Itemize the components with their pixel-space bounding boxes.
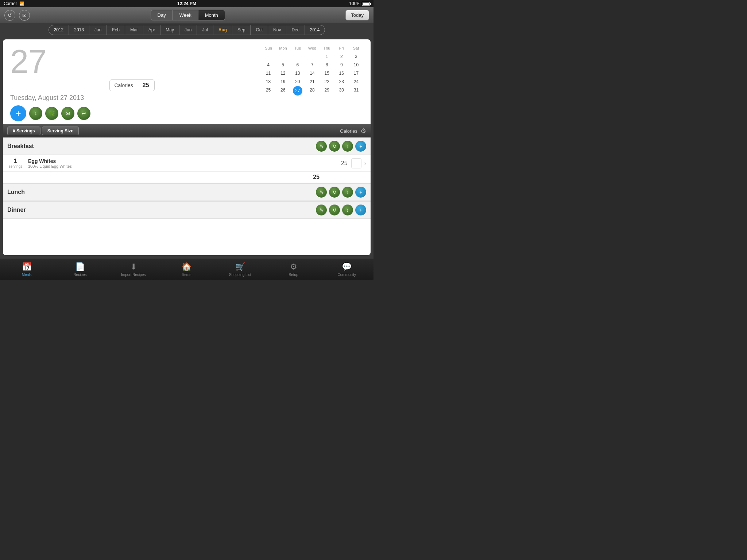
cal-day-18[interactable]: 18 bbox=[261, 78, 275, 86]
food-detail-arrow[interactable]: › bbox=[364, 160, 366, 167]
calories-value: 25 bbox=[138, 82, 154, 89]
cal-day-1[interactable]: 1 bbox=[320, 52, 334, 61]
dinner-actions: ✎ ↺ ↕ + bbox=[316, 205, 366, 215]
cal-day-8[interactable]: 8 bbox=[320, 61, 334, 69]
cal-day-17[interactable]: 17 bbox=[349, 69, 363, 77]
full-date-label: Tuesday, August 27 2013 bbox=[10, 94, 254, 102]
cal-header-fri: Fri bbox=[334, 45, 349, 51]
breakfast-edit-icon[interactable]: ✎ bbox=[316, 141, 327, 152]
lunch-sort-icon[interactable]: ↕ bbox=[342, 187, 353, 198]
lunch-add-icon[interactable]: + bbox=[355, 187, 366, 198]
cal-day-10[interactable]: 10 bbox=[349, 61, 363, 69]
cal-day-13[interactable]: 13 bbox=[290, 69, 305, 77]
nav-2012[interactable]: 2012 bbox=[49, 25, 69, 35]
forward-icon[interactable]: ↩ bbox=[77, 107, 90, 120]
cal-day-28[interactable]: 28 bbox=[305, 86, 319, 96]
cal-day-23[interactable]: 23 bbox=[334, 78, 349, 86]
leaf-icon[interactable]: 🌿 bbox=[45, 107, 58, 120]
nav-jul[interactable]: Jul bbox=[197, 25, 213, 35]
cal-day-2[interactable]: 2 bbox=[334, 52, 349, 61]
battery-icon bbox=[362, 2, 370, 6]
cal-day-3[interactable]: 3 bbox=[349, 52, 363, 61]
cal-day-11[interactable]: 11 bbox=[261, 69, 275, 77]
cal-day-25[interactable]: 25 bbox=[261, 86, 275, 96]
dinner-refresh-icon[interactable]: ↺ bbox=[329, 205, 340, 215]
cal-day-27-today[interactable]: 27 bbox=[293, 86, 302, 96]
cal-day-14[interactable]: 14 bbox=[305, 69, 319, 77]
breakfast-sort-icon[interactable]: ↕ bbox=[342, 141, 353, 152]
settings-gear-icon[interactable]: ⚙ bbox=[360, 127, 366, 135]
cal-day bbox=[305, 52, 319, 61]
content-card: 27 Calories 25 Tuesday, August 27 2013 +… bbox=[3, 39, 371, 255]
nav-oct[interactable]: Oct bbox=[251, 25, 268, 35]
cal-day-12[interactable]: 12 bbox=[276, 69, 290, 77]
lunch-refresh-icon[interactable]: ↺ bbox=[329, 187, 340, 198]
lunch-edit-icon[interactable]: ✎ bbox=[316, 187, 327, 198]
nav-jun[interactable]: Jun bbox=[179, 25, 197, 35]
cal-day-26[interactable]: 26 bbox=[276, 86, 290, 96]
nav-2014[interactable]: 2014 bbox=[305, 25, 325, 35]
cal-day-9[interactable]: 9 bbox=[334, 61, 349, 69]
tab-community[interactable]: 💬 Community bbox=[320, 258, 374, 280]
cal-day-6[interactable]: 6 bbox=[290, 61, 305, 69]
cal-day-21[interactable]: 21 bbox=[305, 78, 319, 86]
dinner-add-icon[interactable]: + bbox=[355, 205, 366, 215]
month-segment[interactable]: Month bbox=[198, 10, 225, 20]
sync-icon[interactable]: ↕ bbox=[29, 107, 42, 120]
food-details: Egg Whites 100% Liquid Egg Whites bbox=[28, 158, 341, 168]
recipes-tab-label: Recipes bbox=[73, 273, 86, 277]
cal-header-thu: Thu bbox=[320, 45, 334, 51]
cal-day-4[interactable]: 4 bbox=[261, 61, 275, 69]
today-button[interactable]: Today bbox=[345, 10, 369, 20]
cal-day-19[interactable]: 19 bbox=[276, 78, 290, 86]
nav-nov[interactable]: Nov bbox=[268, 25, 286, 35]
items-tab-icon: 🏠 bbox=[182, 262, 191, 272]
cal-day-22[interactable]: 22 bbox=[320, 78, 334, 86]
cal-day-16[interactable]: 16 bbox=[334, 69, 349, 77]
servings-tab[interactable]: # Servings bbox=[7, 127, 40, 135]
tab-bar: 📅 Meals 📄 Recipes ⬇ Import Recipes 🏠 Ite… bbox=[0, 258, 374, 280]
cal-day-5[interactable]: 5 bbox=[276, 61, 290, 69]
cal-day-31[interactable]: 31 bbox=[349, 86, 363, 96]
week-segment[interactable]: Week bbox=[173, 10, 198, 20]
refresh-button[interactable]: ↺ bbox=[4, 10, 15, 21]
nav-2013[interactable]: 2013 bbox=[69, 25, 89, 35]
tab-meals[interactable]: 📅 Meals bbox=[0, 258, 53, 280]
nav-jan[interactable]: Jan bbox=[89, 25, 107, 35]
day-segment[interactable]: Day bbox=[151, 10, 173, 20]
add-button[interactable]: + bbox=[10, 105, 26, 121]
import-tab-icon: ⬇ bbox=[130, 262, 137, 272]
cal-day-24[interactable]: 24 bbox=[349, 78, 363, 86]
lunch-title: Lunch bbox=[7, 189, 316, 195]
email-button[interactable]: ✉ bbox=[19, 10, 30, 21]
cal-day-30[interactable]: 30 bbox=[334, 86, 349, 96]
nav-apr[interactable]: Apr bbox=[143, 25, 161, 35]
cal-day-15[interactable]: 15 bbox=[320, 69, 334, 77]
nav-dec[interactable]: Dec bbox=[286, 25, 305, 35]
year-month-nav: 2012 2013 Jan Feb Mar Apr May Jun Jul Au… bbox=[0, 23, 374, 36]
tab-shopping[interactable]: 🛒 Shopping List bbox=[213, 258, 267, 280]
meals-tab-icon: 📅 bbox=[22, 262, 32, 272]
nav-feb[interactable]: Feb bbox=[107, 25, 125, 35]
dinner-sort-icon[interactable]: ↕ bbox=[342, 205, 353, 215]
nav-may[interactable]: May bbox=[160, 25, 179, 35]
dinner-edit-icon[interactable]: ✎ bbox=[316, 205, 327, 215]
share-email-icon[interactable]: ✉ bbox=[61, 107, 74, 120]
nav-aug[interactable]: Aug bbox=[213, 25, 232, 35]
cal-day-7[interactable]: 7 bbox=[305, 61, 319, 69]
nav-sep[interactable]: Sep bbox=[232, 25, 251, 35]
tab-import[interactable]: ⬇ Import Recipes bbox=[107, 258, 160, 280]
dinner-header: Dinner ✎ ↺ ↕ + bbox=[3, 201, 371, 219]
nav-mar[interactable]: Mar bbox=[125, 25, 143, 35]
tab-setup[interactable]: ⚙ Setup bbox=[267, 258, 320, 280]
cal-day-29[interactable]: 29 bbox=[320, 86, 334, 96]
cal-day-20[interactable]: 20 bbox=[290, 78, 305, 86]
food-checkbox[interactable] bbox=[351, 158, 361, 168]
tab-recipes[interactable]: 📄 Recipes bbox=[53, 258, 107, 280]
import-tab-label: Import Recipes bbox=[121, 273, 146, 277]
dinner-section: Dinner ✎ ↺ ↕ + bbox=[3, 201, 371, 219]
tab-items[interactable]: 🏠 Items bbox=[160, 258, 213, 280]
breakfast-refresh-icon[interactable]: ↺ bbox=[329, 141, 340, 152]
serving-size-tab[interactable]: Serving Size bbox=[42, 127, 79, 135]
breakfast-add-icon[interactable]: + bbox=[355, 141, 366, 152]
